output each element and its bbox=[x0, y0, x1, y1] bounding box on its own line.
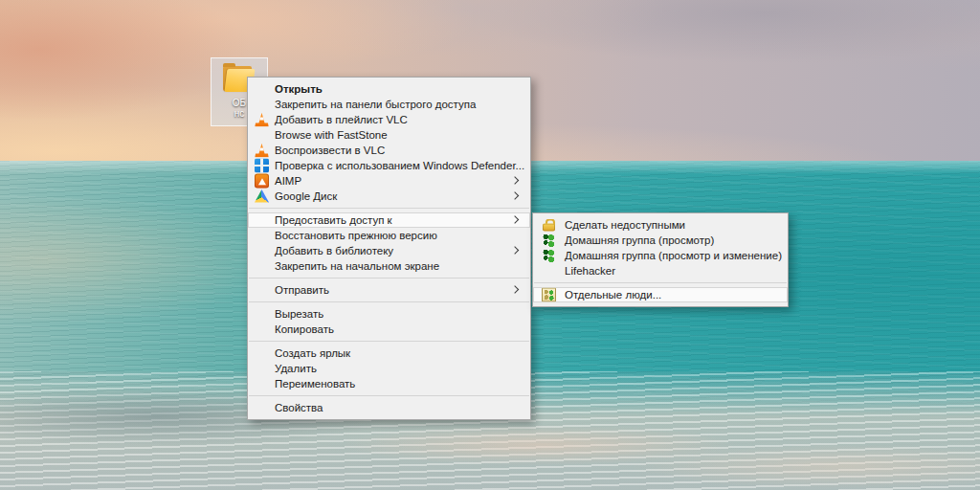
menu-separator bbox=[534, 282, 787, 283]
menu-item-open[interactable]: Открыть bbox=[248, 81, 530, 97]
google-drive-icon bbox=[255, 189, 269, 204]
aimp-icon bbox=[255, 174, 269, 189]
menu-item-label: Проверка с использованием Windows Defend… bbox=[275, 160, 524, 171]
menu-item-label: AIMP bbox=[275, 175, 301, 187]
homegroup-icon bbox=[542, 234, 556, 248]
menu-item-windows-defender-scan[interactable]: Проверка с использованием Windows Defend… bbox=[248, 158, 530, 173]
menu-item-label: Домашняя группа (просмотр) bbox=[565, 234, 714, 246]
menu-item-homegroup-view[interactable]: Домашняя группа (просмотр) bbox=[533, 233, 788, 248]
menu-item-label: Отдельные люди... bbox=[565, 289, 661, 301]
menu-item-pin-to-start[interactable]: Закрепить на начальном экране bbox=[248, 258, 530, 274]
menu-item-label: Открыть bbox=[275, 83, 323, 95]
menu-item-label: Восстановить прежнюю версию bbox=[275, 230, 437, 241]
menu-item-pin-to-quick-access[interactable]: Закрепить на панели быстрого доступа bbox=[248, 97, 530, 112]
submenu-arrow-icon bbox=[511, 215, 519, 223]
menu-item-specific-people[interactable]: Отдельные люди... bbox=[533, 287, 788, 302]
menu-item-label: Отправить bbox=[275, 284, 329, 296]
submenu-arrow-icon bbox=[511, 176, 519, 184]
menu-item-lifehacker[interactable]: Lifehacker bbox=[533, 263, 788, 278]
menu-item-label: Google Диск bbox=[275, 190, 337, 202]
menu-item-label: Переименовать bbox=[275, 378, 355, 390]
submenu-arrow-icon bbox=[511, 285, 519, 293]
menu-item-label: Добавить в библиотеку bbox=[275, 245, 393, 256]
menu-item-label: Удалить bbox=[275, 363, 317, 374]
menu-item-copy[interactable]: Копировать bbox=[248, 322, 530, 337]
menu-item-make-unavailable[interactable]: Сделать недоступными bbox=[533, 217, 788, 233]
menu-item-label: Lifehacker bbox=[565, 265, 615, 277]
submenu-arrow-icon bbox=[511, 191, 519, 199]
menu-item-label: Копировать bbox=[275, 323, 334, 335]
menu-separator bbox=[249, 208, 529, 209]
lock-icon bbox=[542, 218, 556, 233]
menu-separator bbox=[249, 395, 529, 396]
menu-separator bbox=[249, 301, 529, 302]
give-access-submenu: Сделать недоступными Домашняя группа (пр… bbox=[532, 212, 789, 307]
menu-item-cut[interactable]: Вырезать bbox=[248, 306, 530, 322]
menu-item-give-access-to[interactable]: Предоставить доступ к bbox=[248, 212, 530, 228]
menu-item-label: Вырезать bbox=[275, 308, 323, 320]
context-menu: Открыть Закрепить на панели быстрого дос… bbox=[247, 77, 531, 420]
menu-item-label: Свойства bbox=[275, 402, 323, 413]
desktop: ОБ нс Открыть Закрепить на панели быстро… bbox=[0, 0, 980, 490]
submenu-arrow-icon bbox=[511, 246, 519, 254]
menu-item-label: Сделать недоступными bbox=[565, 219, 685, 231]
menu-item-delete[interactable]: Удалить bbox=[248, 361, 530, 376]
menu-item-label: Воспроизвести в VLC bbox=[275, 145, 385, 156]
vlc-icon bbox=[255, 113, 269, 127]
menu-item-properties[interactable]: Свойства bbox=[248, 400, 530, 415]
menu-item-browse-with-faststone[interactable]: Browse with FastStone bbox=[248, 127, 530, 143]
menu-item-homegroup-view-edit[interactable]: Домашняя группа (просмотр и изменение) bbox=[533, 248, 788, 263]
menu-item-add-to-library[interactable]: Добавить в библиотеку bbox=[248, 243, 530, 258]
vlc-icon bbox=[255, 144, 269, 158]
menu-item-restore-previous-versions[interactable]: Восстановить прежнюю версию bbox=[248, 228, 530, 243]
menu-item-label: Browse with FastStone bbox=[275, 129, 388, 141]
menu-item-send-to[interactable]: Отправить bbox=[248, 282, 530, 298]
menu-item-rename[interactable]: Переименовать bbox=[248, 376, 530, 391]
homegroup-icon bbox=[542, 249, 556, 263]
menu-item-aimp[interactable]: AIMP bbox=[248, 173, 530, 189]
menu-item-label: Домашняя группа (просмотр и изменение) bbox=[565, 250, 782, 261]
menu-item-label: Закрепить на начальном экране bbox=[275, 260, 439, 272]
menu-item-play-in-vlc[interactable]: Воспроизвести в VLC bbox=[248, 143, 530, 158]
menu-separator bbox=[249, 341, 529, 342]
menu-separator bbox=[249, 278, 529, 278]
menu-item-label: Закрепить на панели быстрого доступа bbox=[275, 99, 476, 110]
people-icon bbox=[542, 288, 556, 302]
menu-item-label: Предоставить доступ к bbox=[275, 214, 392, 226]
menu-item-label: Создать ярлык bbox=[275, 347, 350, 359]
menu-item-label: Добавить в плейлист VLC bbox=[275, 114, 408, 125]
menu-item-create-shortcut[interactable]: Создать ярлык bbox=[248, 345, 530, 361]
defender-icon bbox=[255, 159, 269, 173]
menu-item-google-drive[interactable]: Google Диск bbox=[248, 189, 530, 204]
menu-item-add-to-vlc-playlist[interactable]: Добавить в плейлист VLC bbox=[248, 112, 530, 127]
